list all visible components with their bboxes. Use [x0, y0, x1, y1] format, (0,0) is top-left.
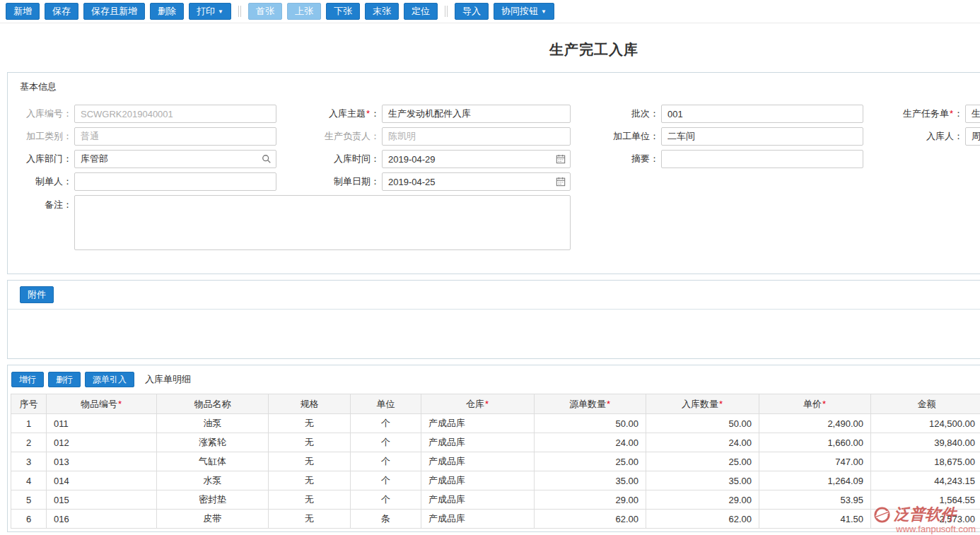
toolbar-button-import[interactable]: 导入: [455, 3, 489, 20]
table-cell[interactable]: 24.00: [535, 433, 646, 452]
table-cell[interactable]: 无: [269, 452, 351, 471]
table-cell[interactable]: 44,243.15: [871, 471, 980, 490]
field-label-process-type: 加工类别：: [8, 130, 74, 143]
input-process-unit[interactable]: [661, 127, 863, 146]
input-make-date[interactable]: [382, 172, 571, 191]
detail-button-delete-row[interactable]: 删行: [48, 372, 81, 387]
input-storage-no: [74, 105, 276, 123]
toolbar-button-print[interactable]: 打印▼: [189, 3, 231, 20]
column-header-8: 单价*: [759, 394, 871, 414]
table-cell[interactable]: 18,675.00: [871, 452, 980, 471]
search-icon[interactable]: [262, 154, 272, 164]
calendar-icon[interactable]: [556, 154, 566, 164]
toolbar-button-locate[interactable]: 定位: [404, 3, 438, 20]
toolbar-button-collab[interactable]: 协同按钮▼: [494, 3, 554, 20]
detail-toolbar: 增行删行源单引入入库单明细: [11, 371, 980, 394]
table-cell[interactable]: 1,264.09: [759, 471, 871, 490]
table-cell[interactable]: 24.00: [646, 433, 759, 452]
input-batch[interactable]: [661, 105, 863, 123]
table-cell: 5: [11, 490, 47, 510]
table-cell[interactable]: 016: [47, 510, 157, 529]
toolbar-button-next[interactable]: 下张: [326, 3, 360, 20]
table-cell[interactable]: 41.50: [759, 510, 871, 529]
table-cell[interactable]: 50.00: [535, 414, 646, 433]
toolbar-button-save-and-new[interactable]: 保存且新增: [83, 3, 145, 20]
table-cell[interactable]: 密封垫: [157, 490, 269, 510]
toolbar-button-add[interactable]: 新增: [6, 3, 40, 20]
table-cell[interactable]: 39,840.00: [871, 433, 980, 452]
table-cell[interactable]: 015: [47, 490, 157, 510]
table-cell[interactable]: 012: [47, 433, 157, 452]
table-cell[interactable]: 014: [47, 471, 157, 490]
table-cell[interactable]: 50.00: [646, 414, 759, 433]
field-label-storage-dept: 入库部门：: [8, 153, 74, 165]
input-summary[interactable]: [661, 150, 863, 168]
table-cell[interactable]: 无: [269, 490, 351, 510]
calendar-icon[interactable]: [556, 177, 566, 187]
table-cell[interactable]: 个: [351, 433, 421, 452]
table-cell[interactable]: 气缸体: [157, 452, 269, 471]
basic-info-section-title: 基本信息: [8, 78, 980, 105]
attachment-button[interactable]: 附件: [20, 286, 54, 303]
table-cell[interactable]: 产成品库: [421, 471, 535, 490]
table-cell[interactable]: 1,564.55: [871, 490, 980, 510]
basic-info-panel: 基本信息 入库编号：入库主题*：批次：生产任务单*：加工类别：生产负责人：加工单…: [7, 72, 980, 274]
table-cell[interactable]: 53.95: [759, 490, 871, 510]
table-cell[interactable]: 62.00: [646, 510, 759, 529]
table-cell[interactable]: 个: [351, 452, 421, 471]
field-make-date: 制单日期：: [276, 172, 571, 191]
input-storage-subject[interactable]: [382, 105, 571, 123]
table-cell[interactable]: 1,660.00: [759, 433, 871, 452]
input-storage-time[interactable]: [382, 150, 571, 168]
table-cell[interactable]: 个: [351, 414, 421, 433]
table-cell[interactable]: 35.00: [646, 471, 759, 490]
table-cell[interactable]: 无: [269, 471, 351, 490]
table-cell[interactable]: 产成品库: [421, 414, 535, 433]
toolbar-button-last[interactable]: 末张: [365, 3, 399, 20]
table-cell[interactable]: 无: [269, 510, 351, 529]
table-cell[interactable]: 29.00: [646, 490, 759, 510]
table-cell[interactable]: 无: [269, 414, 351, 433]
table-cell[interactable]: 747.00: [759, 452, 871, 471]
table-cell[interactable]: 个: [351, 490, 421, 510]
required-asterisk: *: [485, 399, 489, 409]
field-storage-subject: 入库主题*：: [276, 105, 571, 123]
input-maker[interactable]: [74, 172, 276, 191]
column-header-3: 规格: [269, 394, 351, 414]
table-cell[interactable]: 013: [47, 452, 157, 471]
table-cell[interactable]: 25.00: [535, 452, 646, 471]
table-cell[interactable]: 油泵: [157, 414, 269, 433]
toolbar-button-first[interactable]: 首张: [248, 3, 282, 20]
table-cell[interactable]: 皮带: [157, 510, 269, 529]
input-storage-dept[interactable]: [74, 150, 276, 168]
toolbar-button-delete[interactable]: 删除: [150, 3, 184, 20]
table-cell[interactable]: 产成品库: [421, 452, 535, 471]
table-cell[interactable]: 2,490.00: [759, 414, 871, 433]
input-storage-person[interactable]: [965, 127, 980, 146]
table-cell[interactable]: 124,500.00: [871, 414, 980, 433]
toolbar-button-prev[interactable]: 上张: [287, 3, 321, 20]
attachment-area: [8, 310, 980, 359]
textarea-remark[interactable]: [74, 195, 571, 250]
field-label-storage-time: 入库时间：: [276, 153, 382, 165]
table-cell[interactable]: 011: [47, 414, 157, 433]
table-cell[interactable]: 35.00: [535, 471, 646, 490]
column-header-5: 仓库*: [421, 394, 535, 414]
field-production-manager: 生产负责人：: [276, 127, 571, 146]
table-cell[interactable]: 产成品库: [421, 433, 535, 452]
table-cell[interactable]: 产成品库: [421, 490, 535, 510]
detail-button-source-import[interactable]: 源单引入: [85, 372, 134, 387]
toolbar-button-save[interactable]: 保存: [45, 3, 78, 20]
table-cell[interactable]: 无: [269, 433, 351, 452]
table-cell[interactable]: 涨紧轮: [157, 433, 269, 452]
table-cell[interactable]: 产成品库: [421, 510, 535, 529]
table-cell[interactable]: 水泵: [157, 471, 269, 490]
input-production-task[interactable]: [965, 105, 980, 123]
detail-button-add-row[interactable]: 增行: [11, 372, 44, 387]
table-cell[interactable]: 个: [351, 471, 421, 490]
table-cell[interactable]: 条: [351, 510, 421, 529]
table-cell[interactable]: 25.00: [646, 452, 759, 471]
table-cell[interactable]: 2,573.00: [871, 510, 980, 529]
table-cell[interactable]: 29.00: [535, 490, 646, 510]
table-cell[interactable]: 62.00: [535, 510, 646, 529]
